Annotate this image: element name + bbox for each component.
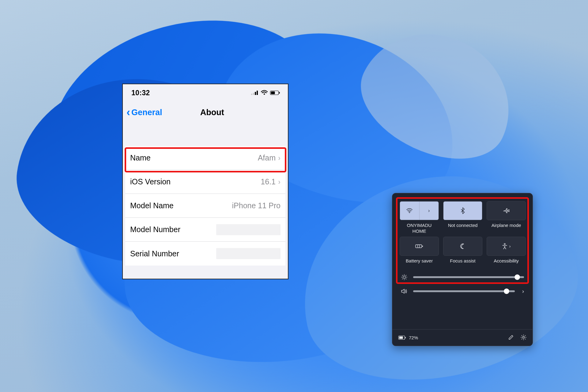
wifi-label: ONYIMADU HOME [407,223,432,234]
quick-settings-panel: › ONYIMADU HOME Not connected Airplane m… [392,193,533,346]
wifi-icon [406,208,413,213]
row-label: Name [130,153,151,162]
about-row-ios-version[interactable]: iOS Version 16.1 › [125,170,285,194]
accessibility-icon [502,243,507,249]
battery-icon [270,91,280,95]
moon-icon [460,243,466,249]
volume-slider[interactable]: › [401,288,524,295]
bluetooth-icon [461,207,465,214]
bluetooth-tile[interactable] [443,201,482,220]
ios-clock: 10:32 [131,89,150,97]
airplane-label: Airplane mode [492,223,521,233]
about-row-serial-number[interactable]: Serial Number [125,242,285,266]
ios-nav-bar: ‹ General About [123,101,288,123]
airplane-icon [503,208,510,214]
focus-assist-label: Focus assist [450,258,475,269]
row-label: Serial Number [130,249,179,258]
about-row-model-number[interactable]: Model Number [125,218,285,242]
redacted-value [216,224,281,235]
volume-expand[interactable]: › [522,288,524,295]
accessibility-tile[interactable]: › [487,237,526,256]
airplane-tile[interactable] [487,201,526,220]
wifi-expand[interactable]: › [420,202,439,220]
svg-point-23 [523,336,525,338]
back-chevron-icon[interactable]: ‹ [126,107,130,118]
battery-saver-icon [415,244,423,249]
battery-saver-tile[interactable] [400,237,439,256]
ios-status-icons [251,90,280,95]
svg-line-19 [402,279,403,279]
page-title: About [140,108,284,117]
about-row-model-name[interactable]: Model Name iPhone 11 Pro [125,194,285,218]
slider-thumb[interactable] [504,288,509,294]
svg-line-16 [402,275,403,276]
row-label: iOS Version [130,177,171,186]
svg-rect-6 [279,92,280,94]
row-value: 16.1 [261,177,276,186]
cellular-icon [251,91,258,95]
about-list: Name Afam › iOS Version 16.1 › Model Nam… [123,146,288,266]
redacted-value [216,248,281,259]
brightness-slider[interactable] [401,274,524,280]
brightness-track[interactable] [413,276,524,278]
battery-icon [398,336,406,340]
svg-line-18 [406,275,406,276]
accessibility-label: Accessibility [494,258,519,269]
svg-rect-21 [399,337,403,339]
pencil-icon [508,334,514,340]
speaker-icon [401,288,408,294]
wifi-icon [261,90,268,95]
svg-line-17 [406,279,406,279]
brightness-icon [401,274,408,280]
chevron-right-icon: › [278,154,281,162]
row-value: iPhone 11 Pro [232,201,281,210]
svg-rect-5 [271,92,275,94]
focus-assist-tile[interactable] [443,237,482,256]
svg-point-10 [504,243,505,245]
chevron-right-icon: › [428,208,430,213]
ios-status-bar: 10:32 [123,84,288,101]
bluetooth-label: Not connected [448,223,478,233]
volume-track[interactable] [413,290,515,292]
battery-saver-label: Battery saver [406,258,433,269]
settings-button[interactable] [521,334,526,341]
svg-rect-22 [405,337,406,338]
ios-about-card: 10:32 ‹ General About Name Afam › iOS Ve… [122,84,288,279]
wifi-tile[interactable]: › [400,201,439,220]
svg-rect-8 [416,245,422,248]
chevron-right-icon: › [278,178,281,186]
svg-point-7 [409,212,410,213]
row-label: Model Number [130,225,180,234]
slider-thumb[interactable] [514,274,520,280]
quick-settings-sliders: › [392,272,533,296]
row-label: Model Name [130,201,174,210]
svg-rect-2 [255,92,256,95]
about-row-name[interactable]: Name Afam › [125,146,285,170]
quick-settings-grid: › ONYIMADU HOME Not connected Airplane m… [392,193,533,272]
gear-icon [521,334,526,340]
svg-rect-0 [251,94,252,95]
svg-rect-1 [253,93,254,95]
svg-rect-9 [422,246,423,247]
edit-button[interactable] [508,334,514,341]
quick-settings-footer: 72% [392,329,533,346]
svg-rect-3 [257,91,258,95]
svg-point-11 [403,276,405,278]
row-value: Afam [258,153,276,162]
battery-percent[interactable]: 72% [409,335,418,340]
wifi-toggle[interactable] [400,202,420,220]
chevron-right-icon: › [509,244,511,249]
